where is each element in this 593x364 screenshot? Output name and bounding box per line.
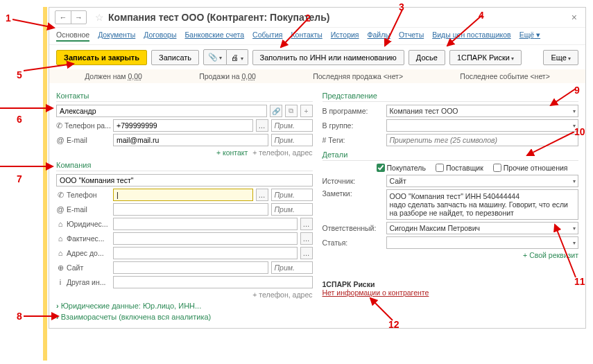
spark-no-info-link[interactable]: Нет информации о контрагенте: [323, 288, 579, 297]
save-close-button[interactable]: Записать и закрыть: [56, 50, 147, 65]
other-info-input[interactable]: [113, 276, 313, 288]
status-debt: Должен нам 0,00: [85, 72, 142, 80]
contact-name-input[interactable]: [56, 105, 267, 117]
toolbar-more-button[interactable]: Еще: [543, 50, 578, 65]
email-note-input[interactable]: [271, 134, 313, 146]
phone-more-button[interactable]: …: [256, 119, 268, 132]
notes-textarea[interactable]: ООО "Компания тест" ИНН 540444444 надо с…: [386, 189, 579, 220]
window-title: Компания тест ООО (Контрагент: Покупател…: [108, 12, 330, 23]
close-icon[interactable]: ×: [569, 12, 580, 23]
status-last-sale: Последняя продажа <нет>: [313, 72, 403, 80]
tab-documents[interactable]: Документы: [98, 31, 135, 42]
company-email-icon: @: [56, 205, 65, 214]
company-section-title: Компания: [56, 161, 313, 171]
tab-files[interactable]: Файлы: [368, 31, 390, 42]
delivery-addr-more-button[interactable]: …: [300, 247, 313, 259]
add-contact-link[interactable]: + контакт: [216, 148, 248, 157]
spark-title: 1СПАРК Риски: [323, 280, 579, 288]
company-phone-input[interactable]: [113, 189, 253, 201]
annotation-6: 6: [17, 114, 22, 125]
legal-addr-icon: ⌂: [56, 220, 65, 228]
actual-addr-more-button[interactable]: …: [300, 232, 313, 245]
annotation-7: 7: [17, 173, 22, 184]
tab-events[interactable]: События: [252, 31, 282, 42]
tab-history[interactable]: История: [331, 31, 359, 42]
add-phone-link[interactable]: + телефон, адрес: [252, 148, 312, 157]
tab-more[interactable]: Ещё ▾: [519, 31, 540, 42]
representation-title: Представление: [323, 92, 579, 102]
legal-addr-more-button[interactable]: …: [300, 218, 313, 230]
prog-label: В программе:: [323, 107, 384, 115]
contact-add-button[interactable]: +: [300, 105, 313, 117]
actual-address-input[interactable]: [113, 232, 298, 245]
contact-phone-input[interactable]: [113, 119, 253, 132]
company-add-phone-link[interactable]: + телефон, адрес: [252, 291, 312, 299]
group-label: В группе:: [323, 121, 384, 130]
delivery-addr-icon: ⌂: [56, 249, 65, 257]
attach-print-group: 📎 🖨: [203, 49, 248, 65]
company-name-input[interactable]: [56, 174, 313, 187]
article-select[interactable]: [386, 236, 579, 249]
tags-input[interactable]: [386, 134, 579, 146]
tab-bank[interactable]: Банковские счета: [184, 31, 244, 42]
source-select[interactable]: Сайт: [386, 175, 579, 187]
site-input[interactable]: [113, 261, 268, 274]
titlebar: ← → ☆ Компания тест ООО (Контрагент: Пок…: [49, 8, 585, 28]
company-phone-note-input[interactable]: [271, 189, 313, 201]
nav-buttons: ← →: [55, 10, 87, 24]
fill-inn-button[interactable]: Заполнить по ИНН или наименованию: [252, 50, 404, 65]
contact-chain-button[interactable]: ⧉: [285, 105, 298, 117]
collapse-legal-data[interactable]: Юридические данные: Юр.лицо, ИНН...: [56, 302, 313, 310]
tab-reports[interactable]: Отчеты: [399, 31, 424, 42]
company-phone-more-button[interactable]: …: [256, 189, 268, 201]
phone-note-input[interactable]: [271, 119, 313, 132]
annotation-1: 1: [6, 12, 11, 24]
dossier-button[interactable]: Досье: [409, 50, 445, 65]
collapse-settlements[interactable]: Взаиморасчеты (включена вся аналитика): [56, 313, 313, 321]
spark-risks-button[interactable]: 1СПАРК Риски: [449, 50, 522, 65]
sidebar-stripe: [43, 7, 47, 329]
tab-bar: Основное Документы Договоры Банковские с…: [49, 28, 585, 45]
nav-back-button[interactable]: ←: [55, 11, 71, 24]
actual-addr-icon: ⌂: [56, 234, 65, 243]
attach-button[interactable]: 📎: [203, 49, 227, 65]
company-phone-icon: ✆: [56, 191, 65, 200]
other-info-icon: i: [56, 278, 65, 286]
nav-forward-button[interactable]: →: [71, 11, 86, 24]
company-email-input[interactable]: [113, 203, 268, 216]
own-requisite-link[interactable]: + Свой реквизит: [523, 251, 578, 259]
other-rel-checkbox[interactable]: Прочие отношения: [493, 164, 568, 172]
status-sales: Продажи на 0,00: [199, 72, 256, 80]
supplier-checkbox[interactable]: Поставщик: [436, 164, 483, 172]
tags-label: # Теги:: [323, 136, 384, 144]
annotation-5: 5: [17, 69, 22, 80]
contacts-section-title: Контакты: [56, 92, 313, 102]
save-button[interactable]: Записать: [151, 50, 199, 65]
responsible-select[interactable]: Сигодин Максим Петрович: [386, 222, 579, 234]
phone-icon: ✆: [56, 121, 62, 130]
details-title: Детали: [323, 150, 579, 161]
content-area: Контакты 🔗 ⧉ + ✆Телефон ра... … @E-mail …: [49, 83, 585, 328]
contact-link-button[interactable]: 🔗: [270, 105, 282, 117]
print-button[interactable]: 🖨: [227, 49, 248, 65]
tab-supplier-prices[interactable]: Виды цен поставщиков: [432, 31, 510, 42]
source-label: Источник:: [323, 177, 384, 185]
site-icon: ⊕: [56, 263, 65, 272]
site-note-input[interactable]: [271, 261, 313, 274]
status-bar: Должен нам 0,00 Продажи на 0,00 Последня…: [49, 69, 585, 83]
program-name-select[interactable]: Компания тест ООО: [386, 105, 579, 117]
tab-contacts[interactable]: Контакты: [291, 31, 322, 42]
email-icon: @: [56, 136, 65, 144]
group-select[interactable]: [386, 119, 579, 132]
buyer-checkbox[interactable]: Покупатель: [377, 164, 426, 172]
tab-main[interactable]: Основное: [56, 31, 89, 42]
company-email-note-input[interactable]: [271, 203, 313, 216]
delivery-address-input[interactable]: [113, 247, 298, 259]
tab-contracts[interactable]: Договоры: [144, 31, 176, 42]
legal-address-input[interactable]: [113, 218, 298, 230]
contact-email-input[interactable]: [113, 134, 268, 146]
form-window: ← → ☆ Компания тест ООО (Контрагент: Пок…: [49, 7, 586, 329]
toolbar: Записать и закрыть Записать 📎 🖨 Заполнит…: [49, 45, 585, 69]
favorite-star-icon[interactable]: ☆: [95, 12, 104, 23]
resp-label: Ответственный:: [323, 224, 384, 232]
